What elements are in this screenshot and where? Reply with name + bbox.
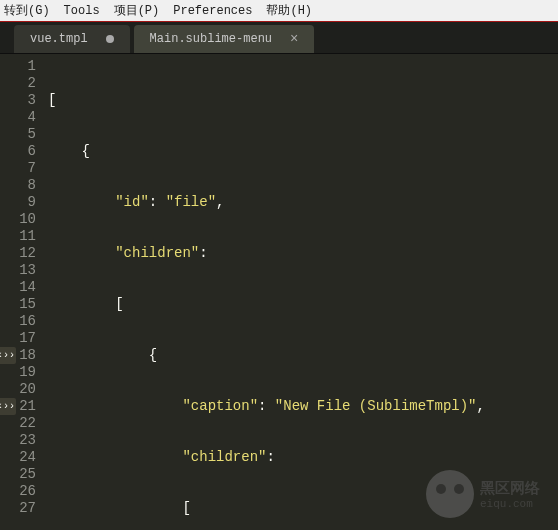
code-line: "children":	[48, 245, 558, 262]
code-line: "children":	[48, 449, 558, 466]
close-icon[interactable]: ×	[290, 32, 298, 46]
line-number: 12	[0, 245, 36, 262]
tab-main-sublime-menu[interactable]: Main.sublime-menu ×	[134, 25, 315, 53]
line-number: 5	[0, 126, 36, 143]
line-number: 2	[0, 75, 36, 92]
modified-mark-icon: ‹››	[0, 347, 16, 364]
code-line: [	[48, 296, 558, 313]
line-number: 17	[0, 330, 36, 347]
gutter: 1 2 3 4 5 6 7 8 9 10 11 12 13 14 15 16 1…	[0, 54, 48, 530]
line-number: 27	[0, 500, 36, 517]
line-number: 7	[0, 160, 36, 177]
line-number: 10	[0, 211, 36, 228]
menu-tools[interactable]: Tools	[64, 4, 100, 18]
code-line: "id": "file",	[48, 194, 558, 211]
menubar: 转到(G) Tools 项目(P) Preferences 帮助(H)	[0, 0, 558, 22]
modified-mark-icon: ‹››	[0, 398, 16, 415]
line-number: 9	[0, 194, 36, 211]
line-number: 13	[0, 262, 36, 279]
code-line: [	[48, 500, 558, 517]
line-number: 24	[0, 449, 36, 466]
line-number: 11	[0, 228, 36, 245]
line-number: 4	[0, 109, 36, 126]
line-number: 14	[0, 279, 36, 296]
dirty-indicator-icon	[106, 35, 114, 43]
menu-preferences[interactable]: Preferences	[173, 4, 252, 18]
line-number: 22	[0, 415, 36, 432]
line-number: 25	[0, 466, 36, 483]
tab-label: Main.sublime-menu	[150, 32, 272, 46]
editor[interactable]: 1 2 3 4 5 6 7 8 9 10 11 12 13 14 15 16 1…	[0, 54, 558, 530]
tab-vue-tmpl[interactable]: vue.tmpl	[14, 25, 130, 53]
line-number: 15	[0, 296, 36, 313]
tabbar: vue.tmpl Main.sublime-menu ×	[0, 22, 558, 54]
code-line: {	[48, 347, 558, 364]
line-number: 3	[0, 92, 36, 109]
menu-goto[interactable]: 转到(G)	[4, 2, 50, 19]
code-line: {	[48, 143, 558, 160]
line-number: 8	[0, 177, 36, 194]
line-number: 20	[0, 381, 36, 398]
tab-label: vue.tmpl	[30, 32, 88, 46]
code-area[interactable]: [ { "id": "file", "children": [ { "capti…	[48, 54, 558, 530]
line-number: 16	[0, 313, 36, 330]
menu-help[interactable]: 帮助(H)	[266, 2, 312, 19]
line-number: ‹››21	[0, 398, 36, 415]
code-line: [	[48, 92, 558, 109]
line-number: 23	[0, 432, 36, 449]
menu-project[interactable]: 项目(P)	[114, 2, 160, 19]
code-line: "caption": "New File (SublimeTmpl)",	[48, 398, 558, 415]
line-number: ‹››18	[0, 347, 36, 364]
line-number: 19	[0, 364, 36, 381]
line-number: 1	[0, 58, 36, 75]
line-number: 26	[0, 483, 36, 500]
line-number: 6	[0, 143, 36, 160]
